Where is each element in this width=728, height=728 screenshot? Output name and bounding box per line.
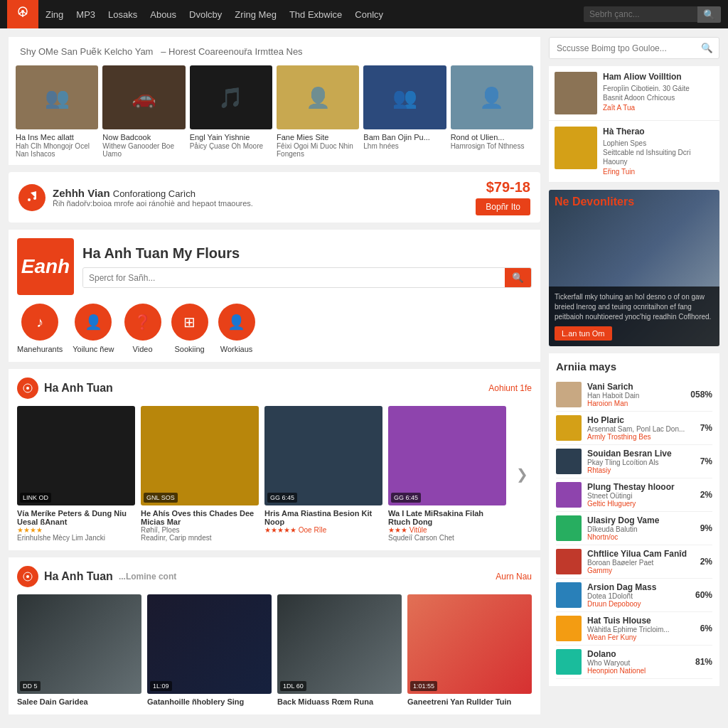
ad-bg: Ne Devonliters Tickerfall mky tohuing an… bbox=[549, 190, 719, 346]
trending-meta-1: Arsennat Sam, Ponl Lac Don... bbox=[587, 425, 695, 433]
nav-link-zring[interactable]: Zring Meg bbox=[235, 9, 277, 20]
trending-item-2[interactable]: Souidan Besran Live Pkay Tling Lcoítion … bbox=[556, 445, 712, 478]
trending-info-2: Souidan Besran Live Pkay Tling Lcoítion … bbox=[587, 449, 695, 474]
right-search-form: 🔍 bbox=[549, 37, 719, 59]
trending-title: Arniia mays bbox=[556, 360, 712, 373]
trending-item-4[interactable]: Ulasiry Dog Vame Dîkeuda Balutin Nhortn/… bbox=[556, 512, 712, 545]
hero-sub-4: Lhm hnées bbox=[363, 142, 446, 150]
section-title: Ha Anh Tuan bbox=[17, 378, 113, 399]
yoilunc-label: Yoilunc ñew bbox=[73, 345, 114, 353]
promo-button[interactable]: Bopñr Ito bbox=[476, 198, 530, 215]
trending-item-3[interactable]: Plung Thestay hlooor Stneet Oütingi Gelt… bbox=[556, 478, 712, 512]
trending-meta-8: Who Waryout bbox=[587, 659, 690, 667]
trending-thumb-1 bbox=[556, 415, 582, 441]
trending-item-5[interactable]: Chftlice Yilua Cam Fanîd Boroan Baøeler … bbox=[556, 545, 712, 579]
album2-badge-2: 1DL 60 bbox=[280, 681, 306, 691]
featured-title-1: Hà Therao bbox=[603, 127, 714, 136]
nav-link-mp3[interactable]: MP3 bbox=[76, 9, 95, 20]
trending-name-5: Chftlice Yilua Cam Fanîd bbox=[587, 549, 695, 559]
hero-sub-0: Hah Clh Mhongojr Ocel Nan Ishacos bbox=[16, 142, 98, 158]
hero-item-3[interactable]: 👤 Fane Mies Site Fêixi Ogoi Mi Duoc Nhin… bbox=[277, 65, 359, 158]
trending-meta-4: Dîkeuda Balutin bbox=[587, 525, 695, 533]
hero-item-2[interactable]: 🎵 Engl Yain Yishnie Påicy Çuase Oh Moore bbox=[190, 65, 272, 158]
artist-search-form: 🔍 bbox=[82, 267, 532, 288]
hero-label-0: Ha Ins Mec allatt bbox=[16, 132, 98, 142]
nav-search-input[interactable] bbox=[584, 6, 697, 22]
album2-item-3[interactable]: 1:01:55 Ganeetreni Yan Rullder Tuin bbox=[407, 594, 532, 706]
trending-link-0: Haroion Man bbox=[587, 400, 685, 407]
nav-link-losaks[interactable]: Losaks bbox=[108, 9, 137, 20]
promo-icon bbox=[18, 184, 46, 211]
featured-link-0[interactable]: Zaît A Tua bbox=[603, 104, 635, 112]
trending-item-1[interactable]: Ho Plaric Arsennat Sam, Ponl Lac Don... … bbox=[556, 412, 712, 445]
album-badge-1: GNL SOS bbox=[144, 493, 178, 503]
trending-thumb-7 bbox=[556, 616, 582, 641]
trending-item-6[interactable]: Arsion Dag Mass Dotea 1Doloñt Druun Depo… bbox=[556, 579, 712, 612]
artist-nav-workiaus[interactable]: 👤 Workiaus bbox=[218, 304, 255, 353]
artist-nav-sookiing[interactable]: ⊞ Sookiing bbox=[171, 304, 208, 353]
nav-search-button[interactable]: 🔍 bbox=[697, 6, 721, 23]
featured-item-1[interactable]: Hà Therao Lophien Spes Seittcable nd Ish… bbox=[549, 121, 719, 183]
artist-nav-video[interactable]: ❓ Video bbox=[124, 304, 161, 353]
album2-item-1[interactable]: 1L:09 Gatanhoille ñhoblery Sing bbox=[147, 594, 272, 706]
featured-meta2-1: Seittcable nd Ishsuiting Dcri Haouny bbox=[603, 148, 714, 166]
album-title-2: Hris Ama Riastina Besion Kit Noop bbox=[264, 509, 382, 526]
section2-more-link[interactable]: Aurn Nau bbox=[496, 572, 532, 582]
hero-item-1[interactable]: 🚗 Now Badcook Withew Ganooder Boe Uamo bbox=[102, 65, 185, 158]
trending-name-6: Arsion Dag Mass bbox=[587, 582, 690, 592]
promo-bar: Zehhh Vian Conforationg Carìch Řih ñadoř… bbox=[9, 172, 540, 223]
album2-badge-1: 1L:09 bbox=[150, 681, 172, 691]
hero-label-2: Engl Yain Yishnie bbox=[190, 132, 272, 142]
artist-nav-yoilunc[interactable]: 👤 Yoilunc ñew bbox=[73, 304, 114, 353]
svg-point-6 bbox=[26, 387, 29, 390]
album-item-3[interactable]: GG 6:45 Wa I Late MiRsakina Filah Rtuch … bbox=[388, 406, 506, 542]
album-next-button[interactable]: ❯ bbox=[512, 406, 532, 542]
trending-item-7[interactable]: Hat Tuis Hlouse Wàhitla Ephime Tricloim.… bbox=[556, 612, 712, 646]
album-item-1[interactable]: GNL SOS He Ahís Oves this Chades Dee Mic… bbox=[141, 406, 259, 542]
featured-link-1[interactable]: Eřing Tuin bbox=[603, 168, 635, 176]
trending-name-3: Plung Thestay hlooor bbox=[587, 482, 695, 492]
right-column: 🔍 Ham Aliow Voilltion Feropîin Cibotiein… bbox=[549, 37, 719, 722]
album2-item-2[interactable]: 1DL 60 Back Miduass Rœm Runa bbox=[277, 594, 402, 706]
logo-icon bbox=[13, 4, 33, 24]
nav-link-dvolcby[interactable]: Dvolcby bbox=[189, 9, 222, 20]
album2-badge-3: 1:01:55 bbox=[410, 681, 437, 691]
ad-button[interactable]: L.an tun Om bbox=[555, 326, 612, 341]
nav-link-thd[interactable]: Thd Exbwice bbox=[289, 9, 342, 20]
nav-link-abous[interactable]: Abous bbox=[150, 9, 176, 20]
hero-img-2: 🎵 bbox=[190, 65, 272, 129]
promo-subtitle: Conforationg Carìch bbox=[113, 188, 196, 199]
featured-title-0: Ham Aliow Voilltion bbox=[603, 72, 690, 82]
hero-item-5[interactable]: 👤 Rond ot Ulien... Hamrosign Tof Nthness bbox=[451, 65, 533, 158]
album-meta-1: Røhiî, Ploes bbox=[141, 526, 259, 534]
album-cover-1: GNL SOS bbox=[141, 406, 259, 505]
nav-link-zing[interactable]: Zing bbox=[46, 9, 63, 20]
hero-item-0[interactable]: 👥 Ha Ins Mec allatt Hah Clh Mhongojr Oce… bbox=[16, 65, 98, 158]
right-search-input[interactable] bbox=[550, 38, 695, 58]
trending-name-1: Ho Plaric bbox=[587, 415, 695, 425]
right-search-button[interactable]: 🔍 bbox=[695, 38, 719, 58]
hero-main-title: Shy OMe San Puẽk Kelcho Yam bbox=[20, 46, 153, 57]
albums-more-link[interactable]: Aohiunt 1fe bbox=[488, 383, 532, 393]
album-item-0[interactable]: LINK OD Vía Meríke Peters & Dung Niu Ues… bbox=[17, 406, 135, 542]
album2-cover-0: DD 5 bbox=[17, 594, 141, 694]
artist-search-input[interactable] bbox=[83, 269, 505, 287]
album-item-2[interactable]: GG 6:45 Hris Ama Riastina Besion Kit Noo… bbox=[264, 406, 382, 542]
album2-item-0[interactable]: DD 5 Salee Dain Garidea bbox=[17, 594, 141, 706]
album-cover-2: GG 6:45 bbox=[264, 406, 382, 505]
album-grid: LINK OD Vía Meríke Peters & Dung Niu Ues… bbox=[17, 406, 532, 542]
trending-item-0[interactable]: Vani Sarich Han Haboit Dain Haroion Man … bbox=[556, 378, 712, 412]
artist-nav-manehurants[interactable]: ♪ Manehurants bbox=[17, 304, 63, 353]
logo[interactable] bbox=[7, 0, 38, 28]
trending-pct-8: 81% bbox=[695, 657, 712, 667]
hero-label-4: Bam Ban Ojin Pu... bbox=[363, 132, 446, 142]
section-icon bbox=[17, 378, 38, 399]
album-cover-0: LINK OD bbox=[17, 406, 135, 505]
artist-search-button[interactable]: 🔍 bbox=[505, 268, 531, 287]
trending-item-8[interactable]: Dolano Who Waryout Heonpion Nationel 81% bbox=[556, 646, 712, 679]
featured-item-0[interactable]: Ham Aliow Voilltion Feropîin Cibotiein. … bbox=[549, 66, 719, 121]
hero-item-4[interactable]: 👥 Bam Ban Ojin Pu... Lhm hnées bbox=[363, 65, 446, 158]
artist-info: Ha Anh Tuan My Flours 🔍 bbox=[82, 245, 532, 288]
nav-link-conlcy[interactable]: Conlcy bbox=[355, 9, 383, 20]
trending-thumb-3 bbox=[556, 482, 582, 508]
